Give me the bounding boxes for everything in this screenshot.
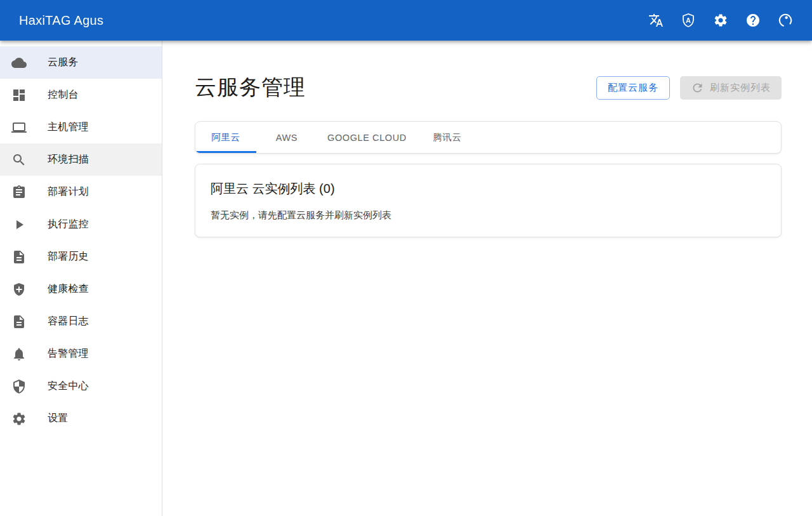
sidebar-item-label: 部署计划: [48, 185, 89, 199]
help-button[interactable]: [738, 5, 768, 36]
laptop-icon: [11, 120, 27, 135]
shield-a-icon: A: [681, 13, 696, 28]
progress-spinner-icon: [777, 12, 794, 29]
sidebar-item-label: 环境扫描: [48, 153, 89, 166]
page-header: 云服务管理 配置云服务 刷新实例列表: [195, 73, 782, 102]
svg-text:A: A: [686, 17, 691, 24]
sidebar-item-health-check[interactable]: 健康检查: [0, 273, 162, 305]
cloud-icon: [11, 55, 27, 70]
sidebar: 云服务 控制台 主机管理 环境扫描 部署计划 执行监控 部署历史: [0, 41, 162, 516]
sidebar-item-label: 安全中心: [48, 380, 89, 393]
app-bar-actions: A: [641, 5, 801, 36]
sidebar-item-label: 云服务: [48, 56, 79, 69]
refresh-instances-button[interactable]: 刷新实例列表: [680, 76, 782, 100]
security-shield-icon: [11, 379, 27, 394]
sidebar-item-label: 设置: [48, 412, 68, 425]
sidebar-item-settings[interactable]: 设置: [0, 402, 162, 435]
sidebar-item-label: 容器日志: [48, 315, 89, 328]
help-icon: [745, 13, 761, 28]
bell-icon: [11, 347, 27, 362]
settings-gear-icon: [713, 13, 728, 28]
health-shield-icon: [11, 282, 27, 297]
admin-shield-button[interactable]: A: [673, 5, 704, 36]
sidebar-item-alert-management[interactable]: 告警管理: [0, 338, 162, 370]
loading-status-button[interactable]: [770, 5, 801, 36]
provider-tabs: 阿里云 AWS GOOGLE CLOUD 腾讯云: [195, 121, 782, 154]
sidebar-item-console[interactable]: 控制台: [0, 79, 162, 111]
sidebar-item-deployment-history[interactable]: 部署历史: [0, 241, 162, 273]
header-buttons: 配置云服务 刷新实例列表: [596, 76, 782, 100]
sidebar-item-host-management[interactable]: 主机管理: [0, 111, 162, 143]
sidebar-item-label: 健康检查: [48, 282, 89, 296]
sidebar-item-cloud-services[interactable]: 云服务: [0, 46, 162, 79]
app-title: HaxiTAG Agus: [19, 13, 103, 28]
document-icon: [11, 314, 27, 329]
sidebar-item-environment-scan[interactable]: 环境扫描: [0, 143, 162, 176]
dashboard-icon: [11, 88, 27, 103]
refresh-icon: [691, 81, 704, 95]
search-icon: [11, 152, 27, 168]
settings-button[interactable]: [705, 5, 736, 36]
tab-tencent-cloud[interactable]: 腾讯云: [417, 122, 478, 153]
sidebar-item-label: 部署历史: [48, 250, 89, 263]
gear-icon: [11, 411, 27, 427]
play-icon: [11, 217, 27, 232]
tab-aws[interactable]: AWS: [256, 122, 317, 153]
configure-cloud-button[interactable]: 配置云服务: [596, 76, 670, 100]
tab-google-cloud[interactable]: GOOGLE CLOUD: [317, 122, 417, 153]
sidebar-item-label: 主机管理: [48, 121, 89, 134]
sidebar-item-deployment-plan[interactable]: 部署计划: [0, 176, 162, 208]
sidebar-item-label: 控制台: [48, 88, 79, 102]
instance-list-card: 阿里云 云实例列表 (0) 暂无实例，请先配置云服务并刷新实例列表: [195, 164, 782, 237]
sidebar-item-container-logs[interactable]: 容器日志: [0, 305, 162, 338]
sidebar-item-security-center[interactable]: 安全中心: [0, 370, 162, 402]
main-content: 云服务管理 配置云服务 刷新实例列表 阿里云 AWS GOOGLE CLOUD …: [162, 41, 812, 516]
instance-list-empty-message: 暂无实例，请先配置云服务并刷新实例列表: [211, 209, 766, 222]
clipboard-icon: [11, 185, 27, 200]
sidebar-item-execution-monitor[interactable]: 执行监控: [0, 208, 162, 241]
instance-list-title: 阿里云 云实例列表 (0): [211, 180, 766, 197]
sidebar-item-label: 执行监控: [48, 218, 89, 231]
app-bar: HaxiTAG Agus A: [0, 0, 812, 41]
page-title: 云服务管理: [195, 73, 306, 102]
document-icon: [11, 249, 27, 265]
translate-button[interactable]: [641, 5, 671, 36]
translate-icon: [648, 13, 664, 28]
sidebar-item-label: 告警管理: [48, 347, 89, 361]
tab-aliyun[interactable]: 阿里云: [195, 122, 256, 153]
refresh-button-label: 刷新实例列表: [710, 82, 771, 94]
